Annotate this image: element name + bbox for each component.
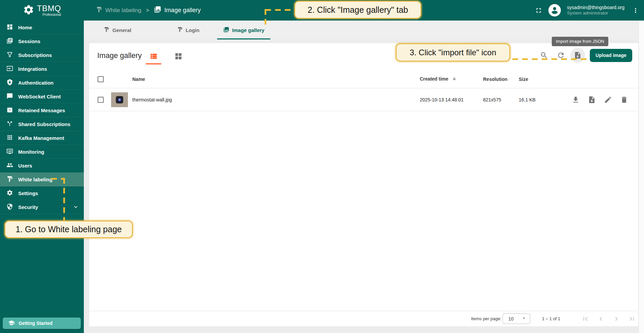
school-icon	[8, 320, 15, 327]
sidebar-item-label: Kafka Management	[18, 135, 64, 141]
table-row[interactable]: thermostat-wall.jpg 2025-10-13 14:48:01 …	[89, 88, 638, 111]
tab-label: Login	[186, 27, 200, 33]
row-checkbox[interactable]	[98, 97, 104, 103]
sidebar-item-sessions[interactable]: Sessions	[0, 34, 84, 48]
view-toggle	[146, 50, 186, 63]
image-gallery-card: Image gallery Upload image Name	[89, 43, 638, 326]
refresh-icon[interactable]	[553, 48, 568, 63]
row-actions	[572, 88, 628, 111]
column-header-created-time[interactable]: Created time	[420, 76, 457, 82]
sidebar-item-label: Sessions	[18, 38, 40, 44]
scrollbar-track[interactable]	[639, 21, 644, 333]
sidebar-item-white-labeling[interactable]: White labeling	[0, 173, 84, 186]
breadcrumb-white-labeling[interactable]: White labeling	[96, 6, 141, 14]
page-size-select[interactable]: 10	[503, 313, 530, 324]
column-header-name[interactable]: Name	[132, 77, 145, 82]
apps-icon	[6, 134, 13, 142]
select-all-checkbox[interactable]	[98, 76, 104, 82]
more-vert-icon[interactable]	[632, 7, 639, 14]
app-logo[interactable]: TBMQ Professional	[0, 4, 84, 17]
chat-icon	[6, 93, 13, 100]
column-header-size[interactable]: Size	[519, 77, 528, 82]
sidebar-item-label: Security	[18, 204, 38, 210]
shield-lock-icon	[6, 79, 13, 87]
getting-started-button[interactable]: Getting Started	[3, 317, 81, 329]
tab-general[interactable]: General	[96, 21, 139, 39]
breadcrumb-parent-label: White labeling	[105, 7, 141, 14]
pagination-range: 1 – 1 of 1	[542, 316, 560, 321]
filter-icon	[6, 51, 13, 59]
grid-view-icon[interactable]	[171, 50, 186, 63]
gear-icon	[6, 189, 13, 197]
sidebar-item-users[interactable]: Users	[0, 159, 84, 173]
sidebar-item-monitoring[interactable]: Monitoring	[0, 145, 84, 159]
sidebar-item-websocket-client[interactable]: WebSocket Client	[0, 90, 84, 103]
paint-roller-icon	[6, 176, 13, 183]
paint-roller-icon	[96, 6, 102, 14]
edit-icon[interactable]	[604, 96, 612, 104]
people-icon	[6, 162, 13, 170]
upload-image-button[interactable]: Upload image	[590, 49, 632, 62]
gallery-toolbar: Image gallery Upload image	[89, 43, 638, 70]
export-file-icon[interactable]	[588, 96, 596, 104]
image-gallery-icon	[223, 27, 229, 34]
download-icon[interactable]	[572, 96, 580, 104]
sidebar-item-label: Integrations	[18, 66, 47, 72]
import-tooltip: Import image from JSON	[552, 37, 608, 46]
delete-icon[interactable]	[620, 96, 628, 104]
sessions-icon	[6, 37, 13, 45]
sidebar-item-subscriptions[interactable]: Subscriptions	[0, 48, 84, 62]
next-page-icon[interactable]	[612, 315, 620, 323]
previous-page-icon[interactable]	[597, 315, 605, 323]
cell-created-time: 2025-10-13 14:48:01	[420, 97, 464, 102]
sidebar-item-label: Users	[18, 163, 32, 169]
sidebar-item-security[interactable]: Security	[0, 200, 84, 214]
pagination-bar: Items per page: 10 1 – 1 of 1	[89, 311, 638, 326]
paint-roller-icon	[104, 27, 109, 33]
tab-label: General	[112, 27, 131, 33]
monitor-icon	[6, 148, 13, 156]
tab-login[interactable]: Login	[170, 21, 207, 39]
getting-started-label: Getting Started	[19, 321, 53, 326]
cell-image-name: thermostat-wall.jpg	[132, 97, 172, 102]
fullscreen-icon[interactable]	[535, 7, 542, 14]
sidebar-item-kafka-management[interactable]: Kafka Management	[0, 131, 84, 145]
annotation-connector-3-horizontal	[512, 58, 589, 60]
tab-label: Image gallery	[232, 27, 265, 33]
sidebar-item-label: Home	[18, 25, 32, 30]
search-icon[interactable]	[537, 48, 551, 63]
paint-roller-icon	[177, 27, 183, 33]
image-thumbnail[interactable]	[111, 92, 128, 107]
sort-descending-icon	[452, 76, 457, 82]
split-icon	[6, 120, 13, 128]
pager-buttons	[581, 315, 636, 323]
sidebar-item-label: Settings	[18, 190, 38, 196]
list-view-icon[interactable]	[146, 50, 161, 63]
archive-icon	[6, 107, 13, 114]
select-caret-icon	[521, 315, 527, 322]
sidebar-item-label: Retained Messages	[18, 108, 65, 113]
import-file-icon[interactable]	[570, 48, 585, 63]
sidebar-item-integrations[interactable]: Integrations	[0, 62, 84, 76]
annotation-connector-2-vertical	[265, 9, 266, 28]
toolbar-actions: Upload image	[537, 47, 638, 63]
annotation-connector-2-horizontal	[265, 9, 294, 11]
items-per-page-label: Items per page:	[471, 316, 501, 321]
tab-image-gallery[interactable]: Image gallery	[217, 21, 270, 39]
cell-size: 16.1 KB	[519, 97, 536, 102]
user-info[interactable]: sysadmin@thingsboard.org System administ…	[567, 5, 624, 16]
sidebar-item-home[interactable]: Home	[0, 21, 84, 34]
chevron-down-icon[interactable]	[72, 204, 79, 210]
sidebar-item-authentication[interactable]: Authentication	[0, 76, 84, 90]
avatar[interactable]	[548, 4, 561, 17]
sidebar-item-shared-subscriptions[interactable]: Shared Subscriptions	[0, 117, 84, 131]
last-page-icon[interactable]	[628, 315, 636, 323]
input-icon	[6, 65, 13, 73]
annotation-connector-1-vertical	[63, 178, 65, 220]
column-header-resolution[interactable]: Resolution	[483, 77, 507, 82]
first-page-icon[interactable]	[581, 315, 589, 323]
annotation-step-1: 1. Go to White labeling page	[4, 220, 133, 238]
sidebar-item-retained-messages[interactable]: Retained Messages	[0, 103, 84, 117]
sidebar-item-settings[interactable]: Settings	[0, 186, 84, 200]
tbmq-gear-logo-icon	[23, 4, 34, 17]
